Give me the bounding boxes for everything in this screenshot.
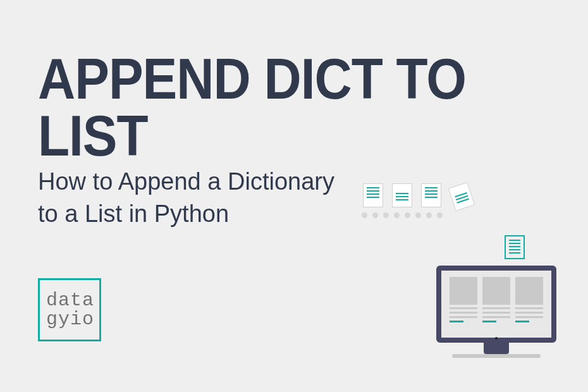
subtitle-line-2: to a List in Python: [38, 200, 229, 227]
logo-text-line-2: gyio: [46, 310, 99, 329]
dots-decoration: [362, 212, 443, 218]
document-icon: [448, 182, 475, 211]
document-icon: [421, 183, 441, 207]
monitor-screen: [436, 266, 556, 343]
monitor-stand: [484, 343, 509, 354]
document-icon: [363, 183, 383, 207]
page-title: APPEND DICT TO LIST: [38, 51, 550, 164]
floating-document-icon: [505, 235, 525, 259]
monitor-base: [452, 354, 541, 358]
document-icon: [392, 183, 412, 207]
monitor-icon: [436, 266, 556, 360]
computer-illustration: [354, 183, 569, 360]
subtitle-line-1: How to Append a Dictionary: [38, 168, 334, 195]
logo-text-line-1: data: [46, 291, 99, 310]
documents-row: [354, 183, 481, 209]
datagy-logo: data gyio: [38, 278, 101, 341]
monitor-power-dot: [495, 337, 498, 340]
